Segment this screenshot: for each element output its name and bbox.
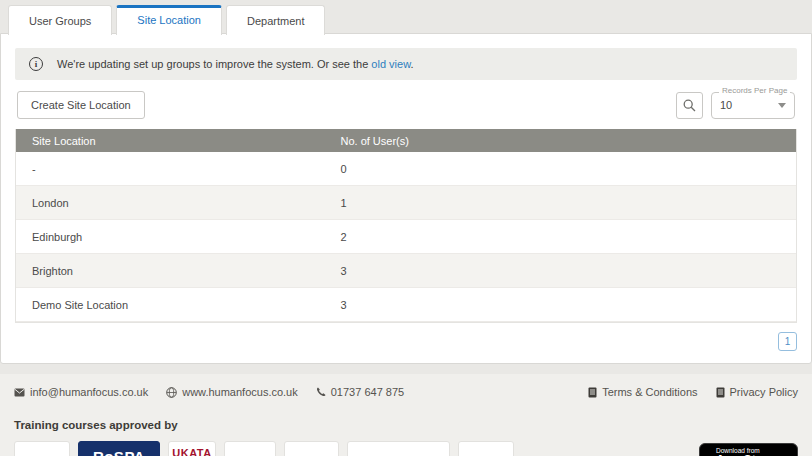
create-site-location-button[interactable]: Create Site Location — [17, 91, 145, 119]
app-store-badge[interactable]: Download from App Store — [699, 443, 798, 456]
privacy-link[interactable]: Privacy Policy — [716, 386, 798, 398]
table-row: London 1 — [16, 186, 796, 220]
column-header-no-of-users: No. of User(s) — [340, 135, 796, 147]
cell-site-location: Edinburgh — [16, 231, 340, 243]
terms-link[interactable]: Terms & Conditions — [588, 386, 697, 398]
tab-bar: User Groups Site Location Department — [0, 0, 812, 34]
cell-site-location: London — [16, 197, 340, 209]
document-icon — [588, 387, 597, 398]
rospa-logo: RoSPA The Royal Society for the Preventi… — [78, 441, 160, 456]
records-per-page-value: 10 — [720, 99, 732, 111]
chevron-down-icon — [778, 103, 786, 108]
ukata-logo: UKATA ʚ — [168, 441, 216, 456]
royal-society-logo: ROYAL SOCIETY APPROVED — [347, 441, 450, 456]
cell-user-count: 3 — [340, 299, 796, 311]
cell-site-location: Demo Site Location — [16, 299, 340, 311]
document-icon — [716, 387, 725, 398]
cell-user-count: 2 — [340, 231, 796, 243]
tab-site-location[interactable]: Site Location — [116, 5, 222, 35]
footer-website[interactable]: www.humanfocus.co.uk — [166, 386, 298, 398]
info-banner: i We're updating set up groups to improv… — [15, 48, 797, 80]
page-1-button[interactable]: 1 — [778, 332, 797, 351]
cell-user-count: 0 — [340, 163, 796, 175]
globe-icon — [166, 387, 177, 398]
banner-text: We're updating set up groups to improve … — [57, 58, 414, 70]
toolbar: Create Site Location Records Per Page 10 — [17, 91, 795, 119]
cpd-logo: CPD — [224, 441, 276, 456]
cell-user-count: 3 — [340, 265, 796, 277]
table-header-row: Site Location No. of User(s) — [16, 129, 796, 152]
records-per-page-label: Records Per Page — [719, 86, 790, 95]
site-location-panel: i We're updating set up groups to improv… — [0, 33, 812, 364]
footer: info@humanfocus.co.uk www.humanfocus.co.… — [0, 374, 812, 456]
site-location-table: Site Location No. of User(s) - 0 London … — [15, 129, 797, 323]
table-row: Brighton 3 — [16, 254, 796, 288]
iatp-logo: ◈ iatp — [458, 441, 514, 456]
footer-contact-row: info@humanfocus.co.uk www.humanfocus.co.… — [14, 386, 798, 398]
tab-user-groups[interactable]: User Groups — [8, 5, 112, 35]
footer-legal-links: Terms & Conditions Privacy Policy — [588, 386, 798, 398]
proqual-logo: Pro⊛ — [284, 441, 339, 456]
footer-email[interactable]: info@humanfocus.co.uk — [14, 386, 148, 398]
info-circle-icon: i — [29, 57, 43, 71]
mail-icon — [14, 388, 25, 397]
cell-site-location: Brighton — [16, 265, 340, 277]
approval-logos: iosh RoSPA The Royal Society for the Pre… — [14, 441, 798, 456]
old-view-link[interactable]: old view — [371, 58, 410, 70]
records-per-page-select[interactable]: Records Per Page 10 — [711, 92, 795, 119]
pagination: 1 — [15, 332, 797, 351]
column-header-site-location: Site Location — [16, 135, 340, 147]
approved-by-heading: Training courses approved by — [14, 419, 798, 431]
iosh-logo: iosh — [14, 441, 70, 456]
search-icon — [683, 99, 696, 112]
cell-user-count: 1 — [340, 197, 796, 209]
phone-icon — [316, 387, 326, 397]
footer-phone[interactable]: 01737 647 875 — [316, 386, 404, 398]
cell-site-location: - — [16, 163, 340, 175]
search-button[interactable] — [676, 92, 703, 119]
table-row: Edinburgh 2 — [16, 220, 796, 254]
table-row: Demo Site Location 3 — [16, 288, 796, 322]
tab-department[interactable]: Department — [226, 5, 325, 35]
toolbar-right: Records Per Page 10 — [676, 92, 795, 119]
table-row: - 0 — [16, 152, 796, 186]
